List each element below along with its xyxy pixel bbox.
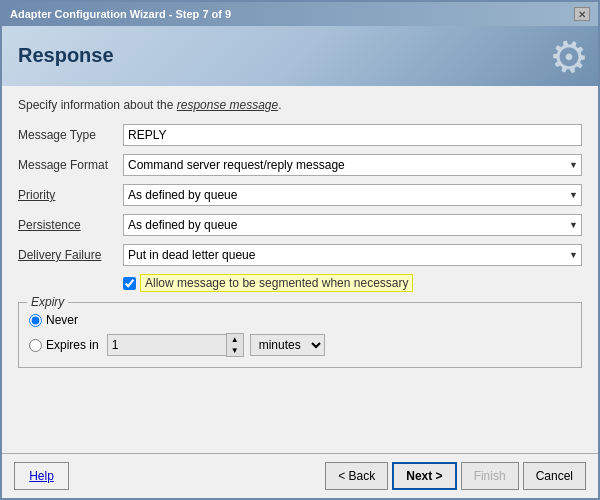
persistence-row: Persistence As defined by queue Persiste… [18,214,582,236]
window-title: Adapter Configuration Wizard - Step 7 of… [10,8,231,20]
message-format-wrapper: Command server request/reply message Oth… [123,154,582,176]
description-text: Specify information about the response m… [18,98,582,112]
spinner-down-button[interactable]: ▼ [227,345,243,356]
allow-segmented-checkbox[interactable] [123,277,136,290]
expires-in-input[interactable] [107,334,227,356]
persistence-label[interactable]: Persistence [18,218,123,232]
header-banner: Response ⚙ [2,26,598,86]
help-button[interactable]: Help [14,462,69,490]
spinner-buttons: ▲ ▼ [226,333,244,357]
spinner-up-button[interactable]: ▲ [227,334,243,345]
close-button[interactable]: ✕ [574,7,590,21]
minutes-select[interactable]: minutes seconds hours [250,334,325,356]
wizard-window: Adapter Configuration Wizard - Step 7 of… [0,0,600,500]
page-title: Response [18,44,114,67]
description-italic: response message [177,98,278,112]
delivery-failure-row: Delivery Failure Put in dead letter queu… [18,244,582,266]
message-format-row: Message Format Command server request/re… [18,154,582,176]
message-type-label: Message Type [18,128,123,142]
footer-right: < Back Next > Finish Cancel [325,462,586,490]
footer-left: Help [14,462,69,490]
message-format-select[interactable]: Command server request/reply message Oth… [123,154,582,176]
expires-in-label: Expires in [46,338,99,352]
message-type-input[interactable] [123,124,582,146]
priority-select[interactable]: As defined by queue 012 [123,184,582,206]
never-radio-row: Never [29,313,571,327]
never-radio[interactable] [29,314,42,327]
footer: Help < Back Next > Finish Cancel [2,453,598,498]
expires-in-row: Expires in ▲ ▼ minutes seconds hours [29,333,571,357]
allow-segmented-row: Allow message to be segmented when neces… [123,274,582,292]
persistence-wrapper: As defined by queue Persistent Non-persi… [123,214,582,236]
cancel-button[interactable]: Cancel [523,462,586,490]
message-type-row: Message Type [18,124,582,146]
message-format-label: Message Format [18,158,123,172]
next-button[interactable]: Next > [392,462,456,490]
priority-label[interactable]: Priority [18,188,123,202]
allow-segmented-label: Allow message to be segmented when neces… [140,274,413,292]
never-label: Never [46,313,78,327]
gear-icon: ⚙ [543,27,594,86]
finish-button[interactable]: Finish [461,462,519,490]
content-area: Specify information about the response m… [2,86,598,453]
expires-in-radio[interactable] [29,339,42,352]
priority-row: Priority As defined by queue 012 [18,184,582,206]
priority-wrapper: As defined by queue 012 [123,184,582,206]
title-bar: Adapter Configuration Wizard - Step 7 of… [2,2,598,26]
delivery-failure-select[interactable]: Put in dead letter queue Discard Return … [123,244,582,266]
delivery-failure-label[interactable]: Delivery Failure [18,248,123,262]
delivery-failure-wrapper: Put in dead letter queue Discard Return … [123,244,582,266]
persistence-select[interactable]: As defined by queue Persistent Non-persi… [123,214,582,236]
expiry-group: Expiry Never Expires in ▲ ▼ minutes [18,302,582,368]
expires-input-wrap: ▲ ▼ minutes seconds hours [107,333,325,357]
expiry-legend: Expiry [27,295,68,309]
back-button[interactable]: < Back [325,462,388,490]
minutes-select-wrap: minutes seconds hours [250,334,325,356]
